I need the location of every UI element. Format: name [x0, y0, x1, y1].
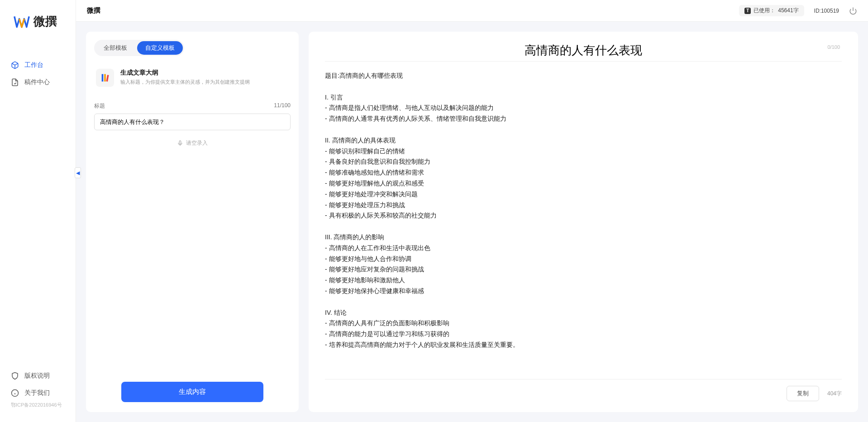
- template-title: 生成文章大纲: [120, 69, 250, 77]
- nav-label: 稿件中心: [24, 78, 50, 86]
- svg-rect-7: [179, 141, 181, 144]
- svg-rect-5: [104, 74, 106, 82]
- output-word-count: 404字: [827, 390, 842, 398]
- t-icon: T: [744, 8, 751, 14]
- output-panel: 高情商的人有什么表现 0/100 题目:高情商的人有哪些表现 I. 引言 - 高…: [309, 32, 858, 412]
- bottom-label: 版权说明: [24, 372, 50, 380]
- usage-label: 已使用：: [754, 7, 775, 14]
- copyright-link[interactable]: 版权说明: [0, 367, 76, 384]
- tab-all-templates[interactable]: 全部模板: [95, 41, 135, 55]
- input-panel: 全部模板 自定义模板 生成文章大纲 输入标题，为你提供文章主体的灵感，并为其创建…: [86, 32, 299, 412]
- power-icon[interactable]: [849, 7, 857, 15]
- books-icon: [100, 73, 110, 83]
- info-icon: [11, 389, 19, 397]
- content: 全部模板 自定义模板 生成文章大纲 输入标题，为你提供文章主体的灵感，并为其创建…: [76, 22, 868, 422]
- logo: 微撰: [0, 0, 76, 38]
- app-root: 微撰 工作台 稿件中心 版权说明 关于我们 鄂ICP备2022016946号: [0, 0, 868, 422]
- voice-hint-text: 请空录入: [186, 139, 208, 147]
- tab-custom-templates[interactable]: 自定义模板: [137, 41, 183, 55]
- field-counter: 11/100: [274, 102, 291, 110]
- cube-icon: [11, 61, 19, 69]
- field-label: 标题: [94, 102, 105, 110]
- sidebar-bottom: 版权说明 关于我们 鄂ICP备2022016946号: [0, 367, 76, 422]
- main: 微撰 T 已使用： 45641字 ID:100519 全部模板 自定义模板: [76, 0, 868, 422]
- chevron-left-icon: ◀: [76, 170, 80, 176]
- output-top-counter: 0/100: [827, 44, 840, 50]
- usage-value: 45641字: [778, 7, 798, 14]
- doc-edit-icon: [11, 78, 19, 86]
- title-field: 标题 11/100: [94, 102, 291, 130]
- icp-text: 鄂ICP备2022016946号: [0, 402, 76, 413]
- user-id: ID:100519: [814, 8, 839, 14]
- nav: 工作台 稿件中心: [0, 57, 76, 91]
- title-input[interactable]: [94, 114, 291, 130]
- mic-icon: [177, 140, 183, 147]
- bottom-label: 关于我们: [24, 389, 50, 397]
- output-footer: 复制 404字: [325, 379, 842, 401]
- usage-badge[interactable]: T 已使用： 45641字: [739, 5, 804, 16]
- topbar: 微撰 T 已使用： 45641字 ID:100519: [76, 0, 868, 22]
- template-icon: [96, 69, 114, 87]
- topbar-right: T 已使用： 45641字 ID:100519: [739, 5, 857, 16]
- template-card: 生成文章大纲 输入标题，为你提供文章主体的灵感，并为其创建推文提纲: [94, 65, 291, 90]
- svg-rect-6: [106, 75, 109, 81]
- about-link[interactable]: 关于我们: [0, 384, 76, 402]
- nav-articles[interactable]: 稿件中心: [0, 74, 76, 91]
- svg-rect-4: [102, 74, 104, 82]
- nav-label: 工作台: [24, 61, 43, 69]
- nav-workbench[interactable]: 工作台: [0, 57, 76, 74]
- output-title: 高情商的人有什么表现: [325, 43, 842, 58]
- template-desc: 输入标题，为你提供文章主体的灵感，并为其创建推文提纲: [120, 79, 250, 85]
- voice-input-button[interactable]: 请空录入: [94, 139, 291, 147]
- logo-icon: [14, 15, 30, 28]
- template-tabs: 全部模板 自定义模板: [94, 40, 184, 56]
- sidebar-collapse-button[interactable]: ◀: [75, 167, 81, 178]
- copy-button[interactable]: 复制: [787, 386, 819, 401]
- generate-button[interactable]: 生成内容: [121, 382, 263, 402]
- output-body[interactable]: 题目:高情商的人有哪些表现 I. 引言 - 高情商是指人们处理情绪、与他人互动以…: [325, 61, 842, 375]
- page-title: 微撰: [87, 6, 100, 15]
- shield-icon: [11, 372, 19, 380]
- sidebar: 微撰 工作台 稿件中心 版权说明 关于我们 鄂ICP备2022016946号: [0, 0, 76, 422]
- logo-text: 微撰: [33, 14, 57, 29]
